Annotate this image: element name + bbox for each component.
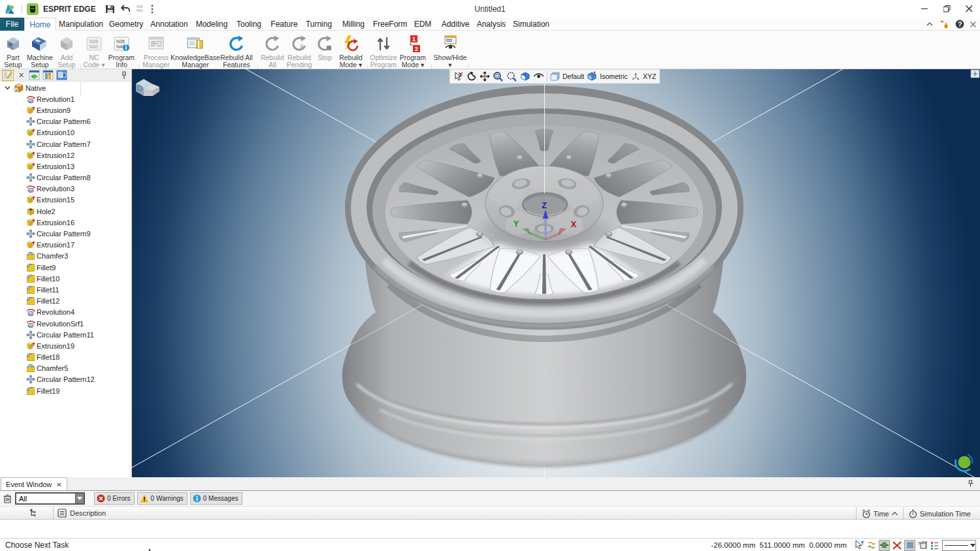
svg-text:1: 1 (412, 36, 416, 42)
svg-text:x̄: x̄ (300, 43, 303, 50)
svg-text:X: X (571, 220, 577, 229)
svg-text:N35: N35 (116, 39, 125, 44)
svg-text:N40: N40 (90, 44, 98, 49)
svg-text:?: ? (917, 541, 921, 546)
svg-text:2: 2 (415, 46, 418, 52)
svg-text:N35: N35 (90, 39, 98, 44)
svg-text:?: ? (958, 21, 962, 28)
svg-text:Z: Z (542, 200, 547, 210)
svg-text:Y: Y (514, 219, 519, 228)
